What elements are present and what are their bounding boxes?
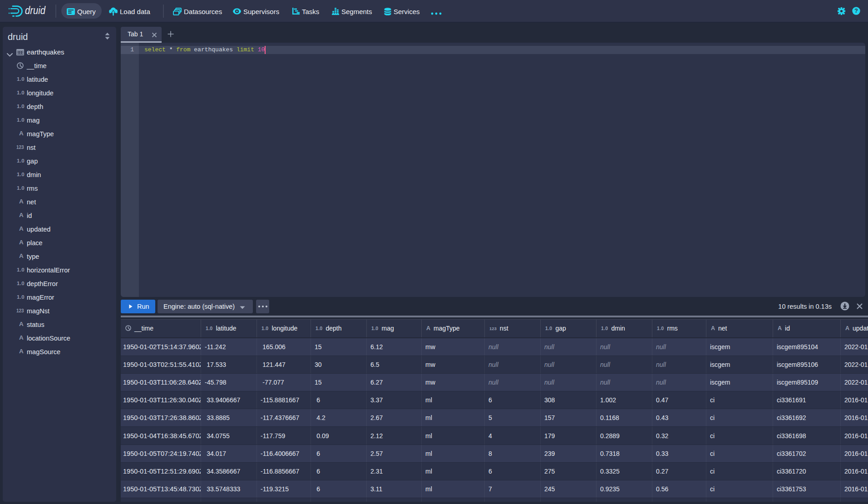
svg-text:?: ? xyxy=(854,8,858,14)
